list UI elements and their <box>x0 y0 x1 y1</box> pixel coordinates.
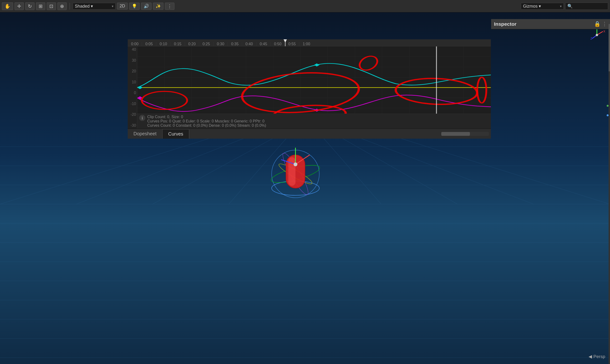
inspector-scrollbar[interactable] <box>609 24 610 352</box>
y-label-20: 20 <box>128 69 137 73</box>
svg-point-31 <box>294 162 297 166</box>
inspector-scrollbar-thumb[interactable] <box>609 24 610 71</box>
curves-view: 40 30 20 10 0 -10 -20 -30 <box>128 46 491 129</box>
gizmos-dropdown[interactable]: Gizmos ▾ <box>521 3 564 10</box>
y-label-40: 40 <box>128 47 137 52</box>
shading-mode-dropdown[interactable]: Shaded ▾ <box>73 3 116 10</box>
y-label-10: 10 <box>128 80 137 84</box>
ruler-10: 0:10 <box>156 42 171 46</box>
y-label-neg20: -20 <box>128 112 137 117</box>
svg-point-69 <box>477 77 486 103</box>
ruler-100: 1:00 <box>299 42 313 46</box>
svg-text:Z: Z <box>590 37 592 40</box>
curves-info-bar: ℹ Clip Count: 0, Size: 0 Curves Pos: 0 Q… <box>137 114 491 129</box>
curves-info-text: Clip Count: 0, Size: 0 Curves Pos: 0 Qua… <box>147 115 266 128</box>
svg-marker-59 <box>137 86 143 89</box>
inspector-menu-icon[interactable]: ⋮ <box>602 21 607 27</box>
y-label-0: 0 <box>128 91 137 95</box>
playhead <box>285 39 286 46</box>
ruler-40: 0:40 <box>242 42 256 46</box>
tab-curves[interactable]: Curves <box>162 129 189 139</box>
scene-menu-button[interactable]: ⋮ <box>165 3 174 10</box>
ruler-45: 0:45 <box>256 42 271 46</box>
tab-dopesheet[interactable]: Dopesheet <box>128 129 162 138</box>
timeline-scrollbar-thumb[interactable] <box>441 132 470 136</box>
svg-point-35 <box>596 34 598 36</box>
animation-panel: 📁 Project 🎞 Animation 💬 Console ⤢ ⋮ <box>64 29 491 139</box>
ruler-20: 0:20 <box>185 42 199 46</box>
center-area: 🎬 Scene 🎮 Game Scenes › health_pickup ✓ … <box>64 19 491 352</box>
scale-tool-button[interactable]: ⊞ <box>36 2 45 10</box>
move-tool-button[interactable]: ✛ <box>14 2 24 10</box>
capsule-svg <box>262 141 329 207</box>
svg-marker-60 <box>314 63 320 66</box>
info-icon: ℹ <box>139 115 145 121</box>
ruler-15: 0:15 <box>171 42 185 46</box>
fx-button[interactable]: ✨ <box>153 3 163 10</box>
y-label-neg10: -10 <box>128 102 137 106</box>
svg-point-68 <box>356 55 380 71</box>
2d-button[interactable]: 2D <box>117 3 128 10</box>
ruler-30: 0:30 <box>213 42 228 46</box>
inspector-header: Inspector 🔒 ⋮ <box>491 19 610 29</box>
inspector-title: Inspector <box>494 21 517 27</box>
lighting-button[interactable]: 💡 <box>129 3 140 10</box>
scene-toolbar: ✋ ✛ ↻ ⊞ ⊡ ⊕ Shaded ▾ 2D 💡 🔊 ✨ ⋮ Gizmos ▾ <box>0 0 610 13</box>
ruler-50: 0:50 <box>271 42 285 46</box>
green-indicator <box>607 105 609 107</box>
transform-tool-button[interactable]: ⊕ <box>57 2 67 10</box>
y-label-neg30: -30 <box>128 123 137 128</box>
ruler-0: 0:00 <box>128 42 142 46</box>
timeline-scrollbar[interactable] <box>441 132 489 136</box>
ruler-25: 0:25 <box>199 42 213 46</box>
svg-text:X: X <box>603 30 605 33</box>
blue-indicator-1 <box>607 114 609 116</box>
ruler-55: 0:55 <box>285 42 299 46</box>
rect-tool-button[interactable]: ⊡ <box>47 2 56 10</box>
curves-label: Curves <box>168 131 183 136</box>
rotate-tool-button[interactable]: ↻ <box>25 2 35 10</box>
animation-content: Preview ⏮ ◀ ▶ ▶| ⏭ 55 ⚙ picku <box>64 39 491 139</box>
hand-tool-button[interactable]: ✋ <box>2 2 13 10</box>
animation-timeline: 0:00 0:05 0:10 0:15 0:20 0:25 0:30 0:35 … <box>128 39 491 139</box>
ruler-35: 0:35 <box>228 42 242 46</box>
y-label-30: 30 <box>128 58 137 63</box>
dopesheet-curves-tabs: Dopesheet Curves <box>128 129 491 139</box>
svg-rect-26 <box>288 157 296 186</box>
main-area: Hierarchy 🔒 ⋮ + 🔍 All ⋮ ▼ 🎯 health_picku… <box>0 19 610 352</box>
ruler-5: 0:05 <box>142 42 156 46</box>
dopesheet-label: Dopesheet <box>133 131 156 136</box>
inspector-lock-icon[interactable]: 🔒 <box>594 21 600 27</box>
audio-button[interactable]: 🔊 <box>141 3 152 10</box>
health-pickup-3d-object <box>262 141 329 209</box>
scene-search-icon: 🔍 <box>567 4 572 9</box>
perspective-label: ◀ Persp <box>589 354 605 359</box>
